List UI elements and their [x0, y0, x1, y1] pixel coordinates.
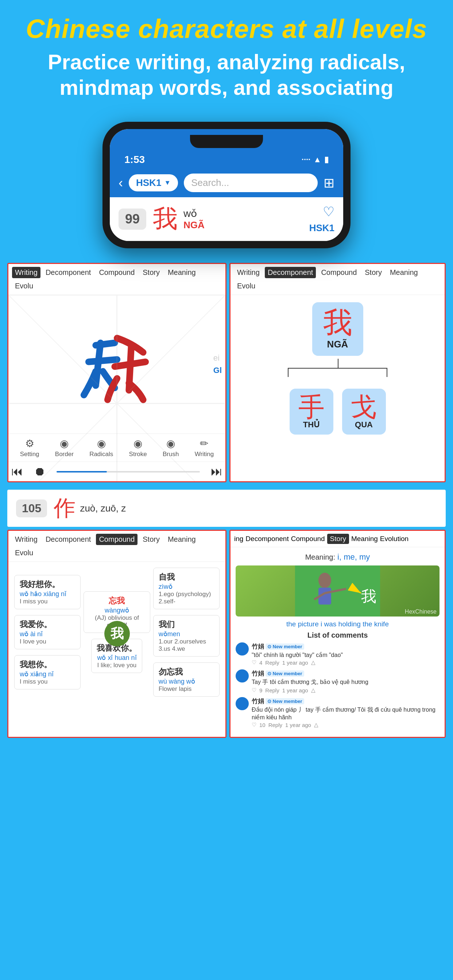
sub-chars-container: 手 THỦ 戈 QUA: [290, 389, 386, 434]
word-card-5: 我们 wǒmen 1.our 2.ourselves 3.us 4.we: [153, 615, 220, 657]
comments-title: List of comments: [236, 631, 440, 640]
comment-item-2: 👤 竹娟 ⊙ New member Tay 手 tôi cầm thương 戈…: [236, 670, 440, 694]
tab-decomponent[interactable]: Decomponent: [43, 267, 94, 278]
decomp-tab-decomponent[interactable]: Decomponent: [265, 267, 316, 278]
main-char-label: NGÃ: [323, 339, 353, 350]
word-pinyin-7: wǒ xǐ huan nǐ: [97, 654, 137, 662]
story-tab-story[interactable]: Story: [327, 534, 349, 544]
comp-tab-evolu[interactable]: Evolu: [12, 547, 36, 558]
tab-compound[interactable]: Compound: [96, 267, 137, 278]
hsk-selector[interactable]: HSK1 ▼: [129, 174, 178, 191]
comp-tab-decomponent[interactable]: Decomponent: [43, 534, 94, 545]
panels-row-1: Writing Decomponent Compound Story Meani…: [7, 263, 446, 482]
word-chinese-2: 忘我: [89, 595, 144, 606]
comp-tab-meaning[interactable]: Meaning: [165, 534, 199, 545]
word-meaning-3: 1.ego (psychology) 2.self-: [159, 590, 214, 605]
char-level: HSK1: [309, 223, 335, 234]
comment-author-2: 竹娟 ⊙ New member: [252, 670, 440, 678]
tree-connector: [238, 359, 437, 377]
hsk-level-label: HSK1: [136, 177, 161, 188]
sub-char-chinese-1: 手: [298, 394, 325, 420]
comment-item-3: 👤 竹娟 ⊙ New member Đầu đội nón giáp 丿 tay…: [236, 697, 440, 728]
time-display: 1:53: [124, 154, 145, 165]
notch: [190, 135, 263, 148]
comment-body-2: 竹娟 ⊙ New member Tay 手 tôi cầm thương 戈, …: [252, 670, 440, 694]
image-brand-label: HexChinese: [405, 608, 437, 615]
decomp-tab-evolu[interactable]: Evolu: [234, 280, 258, 292]
back-button[interactable]: ‹: [118, 175, 123, 191]
story-tab-meaning[interactable]: Meaning: [351, 535, 378, 543]
sub-char-label-2: QUA: [351, 420, 377, 430]
reply-button-2[interactable]: Reply: [265, 687, 279, 694]
decomp-content: 我 NGÃ 手 THỦ 戈 QUA: [231, 295, 445, 442]
char-number: 99: [118, 208, 146, 230]
main-container: Chinese characters at all levels Practic…: [0, 0, 453, 738]
tab-evolu[interactable]: Evolu: [12, 280, 36, 292]
tab-writing[interactable]: Writing: [12, 267, 40, 278]
story-tab-decomponent[interactable]: Decomponent: [246, 535, 289, 543]
story-tab-evolution[interactable]: Evolution: [380, 535, 408, 543]
reply-button-3[interactable]: Reply: [268, 722, 282, 728]
story-content: Meaning: i, me, my: [231, 547, 445, 737]
story-image: 我 HexChinese: [236, 565, 440, 617]
word-pinyin-2: wàngwǒ: [89, 606, 144, 614]
word-meaning-7: I like; love you: [97, 662, 137, 669]
main-char-card: 我 NGÃ: [312, 302, 363, 356]
writing-canvas: ei Gl: [8, 295, 225, 433]
comment-time-1: 1 year ago: [282, 660, 308, 666]
word-card-4: 我爱你。 wǒ ài nǐ I love you: [14, 615, 81, 649]
word-card-3: 自我 zìwǒ 1.ego (psychology) 2.self-: [153, 568, 220, 609]
comp-tab-writing[interactable]: Writing: [12, 534, 40, 545]
story-tab-compound[interactable]: Compound: [291, 535, 325, 543]
comment-author-3: 竹娟 ⊙ New member: [252, 697, 440, 705]
status-bar: 1:53 ···· ▲ ▮: [110, 148, 343, 169]
word-pinyin-6: wǒ xiǎng nǐ: [20, 670, 75, 678]
comment-body-1: 竹娟 ⊙ New member "tôi" chính là người "ta…: [252, 643, 440, 666]
dropdown-arrow-icon: ▼: [164, 179, 171, 187]
word-chinese-1: 我好想你。: [20, 579, 75, 590]
phone-wrapper: 1:53 ···· ▲ ▮ ‹ HSK1 ▼ Search...: [0, 122, 453, 248]
like-count-2: 9: [259, 687, 262, 694]
progress-bar[interactable]: [57, 471, 200, 473]
comment-actions-1: ♡ 4 Reply 1 year ago △: [252, 659, 440, 666]
meaning-label: Meaning:: [305, 553, 335, 561]
meaning-value: i, me, my: [337, 552, 370, 562]
svg-point-11: [318, 573, 331, 588]
decomp-tab-meaning[interactable]: Meaning: [387, 267, 421, 278]
phone-frame: 1:53 ···· ▲ ▮ ‹ HSK1 ▼ Search...: [102, 122, 351, 248]
new-member-badge-1: ⊙ New member: [266, 643, 304, 650]
report-icon-1[interactable]: △: [311, 659, 316, 666]
report-icon-3[interactable]: △: [314, 722, 318, 728]
reply-button-1[interactable]: Reply: [265, 660, 279, 666]
app-header: ‹ HSK1 ▼ Search... ⊞: [110, 169, 343, 197]
word-chinese-6: 我想你。: [20, 659, 75, 670]
decomp-panel: Writing Decomponent Compound Story Meani…: [230, 263, 446, 482]
comp-tab-story[interactable]: Story: [140, 534, 163, 545]
comment-actions-3: ♡ 10 Reply 1 year ago △: [252, 722, 440, 728]
compound-tabs: Writing Decomponent Compound Story Meani…: [8, 531, 225, 562]
comment-actions-2: ♡ 9 Reply 1 year ago △: [252, 687, 440, 694]
tab-meaning[interactable]: Meaning: [165, 267, 199, 278]
favorite-icon[interactable]: ♡: [323, 204, 335, 220]
new-member-badge-2: ⊙ New member: [266, 670, 304, 677]
word-chinese-3: 自我: [159, 572, 214, 582]
char-num-chinese: 作: [54, 494, 75, 523]
grid-view-icon[interactable]: ⊞: [324, 175, 335, 191]
phone-screen: 1:53 ···· ▲ ▮ ‹ HSK1 ▼ Search...: [110, 129, 343, 241]
svg-text:我: 我: [361, 589, 376, 605]
compound-content: 我好想你。 wǒ hǎo xiāng nǐ I miss you 我爱你。 wǒ…: [8, 562, 225, 705]
story-tab-writing[interactable]: ing: [234, 535, 243, 543]
comp-tab-compound[interactable]: Compound: [96, 534, 137, 545]
status-icons: ···· ▲ ▮: [301, 155, 329, 164]
wifi-icon: ▲: [313, 155, 321, 164]
search-input[interactable]: Search...: [184, 173, 318, 192]
word-pinyin-8: wù wàng wǒ: [159, 678, 214, 686]
comment-time-2: 1 year ago: [282, 687, 308, 694]
decomp-tab-writing[interactable]: Writing: [234, 267, 263, 278]
tab-story[interactable]: Story: [140, 267, 163, 278]
decomp-tab-compound[interactable]: Compound: [318, 267, 360, 278]
like-icon-2: ♡: [252, 687, 257, 694]
stroke-sample-1: ei: [214, 353, 222, 363]
report-icon-2[interactable]: △: [311, 687, 316, 694]
decomp-tab-story[interactable]: Story: [362, 267, 385, 278]
